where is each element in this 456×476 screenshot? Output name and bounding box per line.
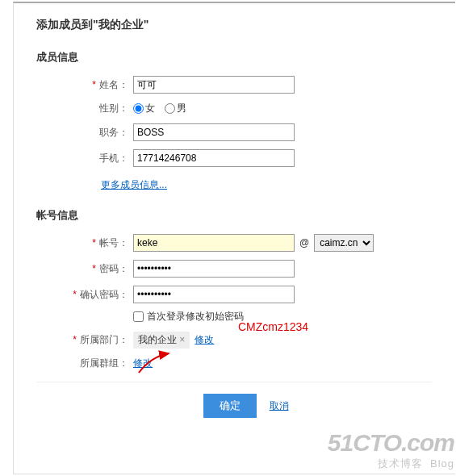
domain-select[interactable]: caimz.cn	[314, 234, 374, 252]
more-member-info-link[interactable]: 更多成员信息...	[101, 175, 167, 200]
name-input[interactable]	[133, 76, 295, 94]
cancel-button[interactable]: 取消	[270, 399, 289, 413]
confirm-label: *确认密码：	[36, 288, 133, 302]
phone-label: 手机：	[36, 152, 133, 165]
group-modify-link[interactable]: 修改	[133, 357, 153, 370]
account-label: *帐号：	[36, 236, 133, 250]
position-label: 职务：	[36, 126, 133, 140]
gender-female-radio[interactable]: 女	[133, 102, 155, 115]
name-label: *姓名：	[36, 78, 133, 92]
first-login-label: 首次登录修改初始密码	[147, 310, 244, 324]
first-login-checkbox[interactable]	[133, 311, 144, 322]
password-label: *密码：	[36, 262, 133, 276]
password-input[interactable]	[133, 260, 295, 278]
dept-tag: 我的企业 ×	[133, 332, 190, 349]
page-title: 添加成员到"我的企业"	[36, 3, 455, 42]
account-input[interactable]	[133, 234, 295, 252]
submit-button[interactable]: 确定	[203, 394, 257, 418]
member-section-title: 成员信息	[36, 50, 455, 65]
account-section-title: 帐号信息	[36, 208, 455, 223]
dept-label: *所属部门：	[36, 333, 133, 347]
at-symbol: @	[299, 237, 309, 248]
dept-modify-link[interactable]: 修改	[195, 333, 214, 347]
position-input[interactable]	[133, 123, 295, 141]
gender-label: 性别：	[36, 102, 133, 115]
confirm-input[interactable]	[133, 286, 295, 303]
phone-input[interactable]	[133, 149, 295, 167]
gender-male-radio[interactable]: 男	[165, 102, 186, 115]
divider	[36, 382, 432, 382]
group-label: 所属群组：	[36, 357, 133, 370]
